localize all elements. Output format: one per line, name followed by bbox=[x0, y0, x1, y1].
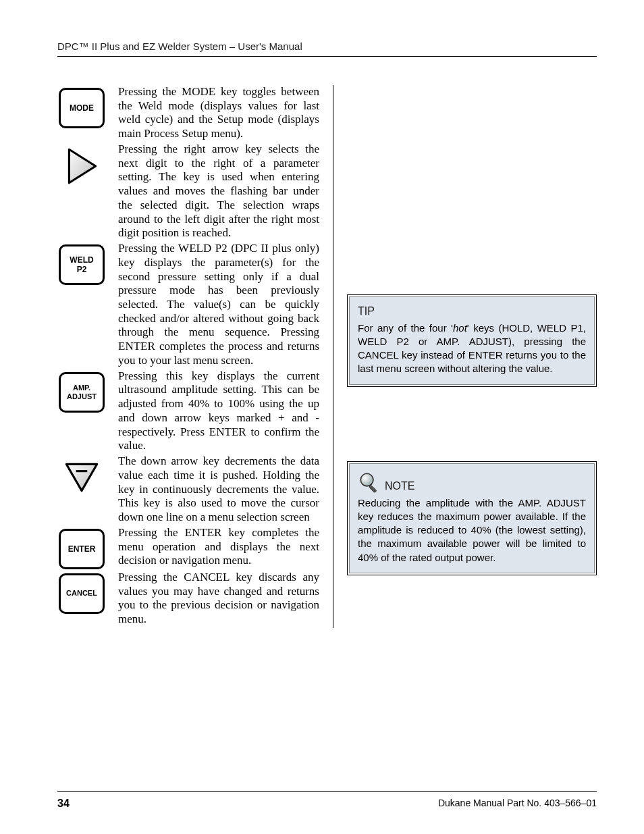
entry-mode: MODE Pressing the MODE key toggles betwe… bbox=[57, 85, 319, 141]
note-title: NOTE bbox=[385, 479, 414, 494]
right-column: TIP For any of the four 'hot' keys (HOLD… bbox=[333, 85, 597, 628]
weld-p2-description: Pressing the WELD P2 (DPC II plus only) … bbox=[118, 242, 319, 368]
cancel-description: Pressing the CANCEL key discards any val… bbox=[118, 571, 319, 627]
key-icon-col bbox=[57, 454, 106, 499]
down-arrow-icon bbox=[61, 457, 103, 499]
key-icon-col bbox=[57, 142, 106, 187]
entry-cancel: CANCEL Pressing the CANCEL key discards … bbox=[57, 571, 319, 627]
tip-inner: TIP For any of the four 'hot' keys (HOLD… bbox=[349, 296, 595, 385]
mode-description: Pressing the MODE key toggles between th… bbox=[118, 85, 319, 141]
entry-down-arrow: The down arrow key decrements the data v… bbox=[57, 454, 319, 525]
tip-callout: TIP For any of the four 'hot' keys (HOLD… bbox=[347, 294, 597, 387]
key-icon-col: AMP. ADJUST bbox=[57, 369, 106, 413]
page-footer: 34 Dukane Manual Part No. 403–566–01 bbox=[57, 791, 597, 810]
entry-amp-adjust: AMP. ADJUST Pressing this key displays t… bbox=[57, 369, 319, 453]
entry-right-arrow: Pressing the right arrow key selects the… bbox=[57, 142, 319, 240]
magnifier-icon bbox=[358, 471, 381, 494]
page-number: 34 bbox=[57, 798, 70, 810]
key-icon-col: CANCEL bbox=[57, 571, 106, 614]
amp-adjust-key-icon: AMP. ADJUST bbox=[59, 372, 105, 413]
manual-part-number: Dukane Manual Part No. 403–566–01 bbox=[438, 798, 597, 810]
down-arrow-description: The down arrow key decrements the data v… bbox=[118, 454, 319, 525]
mode-key-icon: MODE bbox=[59, 88, 105, 128]
amp-adjust-description: Pressing this key displays the current u… bbox=[118, 369, 319, 453]
key-icon-col: WELD P2 bbox=[57, 242, 106, 285]
tip-body-pre: For any of the four ' bbox=[358, 322, 453, 334]
note-title-row: NOTE bbox=[358, 471, 586, 494]
note-inner: NOTE Reducing the amplitude with the AMP… bbox=[349, 463, 595, 573]
key-icon-col: ENTER bbox=[57, 526, 106, 569]
page-header: DPC™ II Plus and EZ Welder System – User… bbox=[57, 41, 597, 57]
left-column: MODE Pressing the MODE key toggles betwe… bbox=[57, 85, 319, 628]
note-callout: NOTE Reducing the amplitude with the AMP… bbox=[347, 461, 597, 575]
tip-body-hot: hot bbox=[453, 322, 467, 334]
content-columns: MODE Pressing the MODE key toggles betwe… bbox=[57, 85, 597, 628]
note-body: Reducing the amplitude with the AMP. ADJ… bbox=[358, 497, 586, 563]
manual-page: DPC™ II Plus and EZ Welder System – User… bbox=[0, 0, 644, 834]
entry-weld-p2: WELD P2 Pressing the WELD P2 (DPC II plu… bbox=[57, 242, 319, 368]
svg-point-1 bbox=[360, 473, 373, 486]
cancel-key-icon: CANCEL bbox=[59, 573, 105, 614]
svg-rect-2 bbox=[369, 485, 377, 492]
key-icon-col: MODE bbox=[57, 85, 106, 128]
right-arrow-description: Pressing the right arrow key selects the… bbox=[118, 142, 319, 240]
weld-p2-key-icon: WELD P2 bbox=[59, 244, 105, 285]
enter-key-icon: ENTER bbox=[59, 529, 105, 569]
tip-title: TIP bbox=[358, 304, 586, 319]
entry-enter: ENTER Pressing the ENTER key completes t… bbox=[57, 526, 319, 569]
right-arrow-icon bbox=[61, 145, 103, 187]
enter-description: Pressing the ENTER key completes the men… bbox=[118, 526, 319, 568]
